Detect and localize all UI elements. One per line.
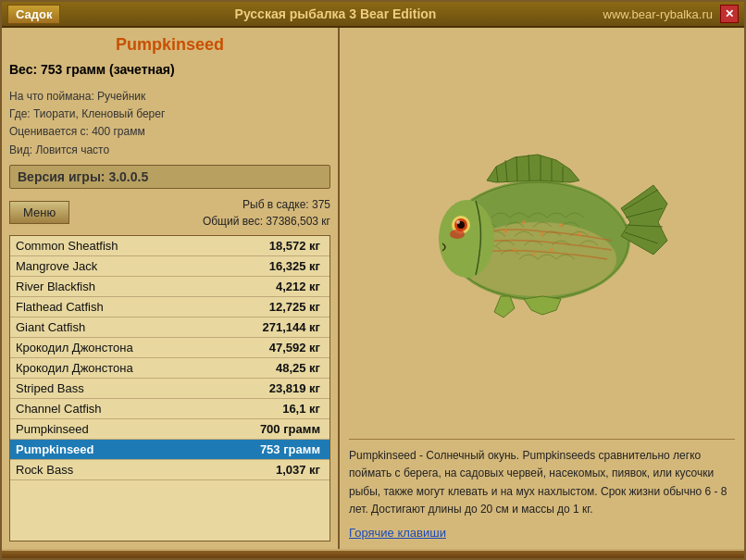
fish-list-row[interactable]: Flathead Catfish 12,725 кг xyxy=(10,296,329,317)
close-button[interactable]: ✕ xyxy=(720,5,739,23)
fish-name-cell: Mangrove Jack xyxy=(10,255,212,276)
svg-point-19 xyxy=(450,230,465,239)
left-panel: Pumpkinseed Вес: 753 грамм (зачетная) На… xyxy=(2,28,340,549)
fish-weight-cell: 1,037 кг xyxy=(212,459,329,479)
menu-button[interactable]: Меню xyxy=(9,201,69,224)
svg-point-25 xyxy=(513,248,516,252)
stats-menu-row: Меню Рыб в садке: 375 Общий вес: 37386,5… xyxy=(9,196,330,230)
fish-list-row[interactable]: Rock Bass 1,037 кг xyxy=(10,459,329,479)
location-info: Где: Тиорати, Кленовый берег xyxy=(9,106,330,123)
fish-list-row[interactable]: Крокодил Джонстона 48,25 кг xyxy=(10,357,329,378)
fish-list-row[interactable]: Striped Bass 23,819 кг xyxy=(10,378,329,398)
fish-count: Рыб в садке: 375 xyxy=(203,196,330,213)
fish-list-row[interactable]: Giant Catfish 271,144 кг xyxy=(10,317,329,337)
title-bar: Садок Русская рыбалка 3 Bear Edition www… xyxy=(2,2,744,28)
fish-list-row[interactable]: Pumpkinseed 753 грамм xyxy=(10,439,329,459)
svg-point-26 xyxy=(531,253,535,256)
window-title: Русская рыбалка 3 Bear Edition xyxy=(68,6,603,21)
fish-weight-cell: 700 грамм xyxy=(212,418,329,439)
fish-illustration xyxy=(394,134,690,338)
fish-table: Common Sheatfish 18,572 кг Mangrove Jack… xyxy=(10,236,329,480)
fish-name-cell: Giant Catfish xyxy=(10,317,212,337)
right-panel: Pumpkinseed - Солнечный окунь. Pumpkinse… xyxy=(340,28,744,549)
fish-image-area xyxy=(349,37,735,435)
website-url: www.bear-rybalka.ru xyxy=(603,7,714,21)
fish-name-cell: Pumpkinseed xyxy=(10,439,212,459)
hot-keys-link[interactable]: Горячие клавиши xyxy=(349,526,735,540)
bait-info: На что поймана: Ручейник xyxy=(9,88,330,106)
fish-name-cell: Крокодил Джонстона xyxy=(10,337,212,357)
fish-name-cell: Channel Catfish xyxy=(10,398,212,418)
total-weight: Общий вес: 37386,503 кг xyxy=(203,213,330,230)
bottom-bar xyxy=(2,551,744,558)
catch-type-info: Вид: Ловится часто xyxy=(9,142,330,159)
sadok-button[interactable]: Садок xyxy=(7,5,60,24)
svg-point-23 xyxy=(559,223,563,227)
fish-weight-cell: 47,592 кг xyxy=(212,337,329,357)
svg-point-27 xyxy=(550,248,553,252)
fish-list[interactable]: Common Sheatfish 18,572 кг Mangrove Jack… xyxy=(10,236,329,541)
fish-name-cell: Striped Bass xyxy=(10,378,212,398)
fish-weight-cell: 753 грамм xyxy=(212,439,329,459)
main-window: Садок Русская рыбалка 3 Bear Edition www… xyxy=(0,0,746,560)
svg-point-18 xyxy=(456,220,460,224)
fish-weight-cell: 18,572 кг xyxy=(212,236,329,256)
fish-weight-cell: 23,819 кг xyxy=(212,378,329,398)
fish-name-cell: Rock Bass xyxy=(10,459,212,479)
svg-point-24 xyxy=(578,232,581,236)
fish-weight-cell: 48,25 кг xyxy=(212,357,329,378)
svg-point-14 xyxy=(439,200,494,278)
fish-list-row[interactable]: Channel Catfish 16,1 кг xyxy=(10,398,329,418)
svg-point-22 xyxy=(541,232,544,236)
fish-description: Pumpkinseed - Солнечный окунь. Pumpkinse… xyxy=(349,439,735,518)
fish-list-row[interactable]: Mangrove Jack 16,325 кг xyxy=(10,255,329,276)
fish-weight-cell: 16,1 кг xyxy=(212,398,329,418)
fish-weight: Вес: 753 грамм (зачетная) xyxy=(9,62,330,77)
fish-name-cell: Pumpkinseed xyxy=(10,418,212,439)
fish-list-container[interactable]: Common Sheatfish 18,572 кг Mangrove Jack… xyxy=(9,235,330,541)
min-weight-info: Оценивается с: 400 грамм xyxy=(9,123,330,141)
fish-list-row[interactable]: River Blackfish 4,212 кг xyxy=(10,276,329,296)
fish-weight-cell: 16,325 кг xyxy=(212,255,329,276)
fish-details: На что поймана: Ручейник Где: Тиорати, К… xyxy=(9,88,330,159)
fish-list-row[interactable]: Common Sheatfish 18,572 кг xyxy=(10,236,329,256)
fish-name-cell: Flathead Catfish xyxy=(10,296,212,317)
content-area: Pumpkinseed Вес: 753 грамм (зачетная) На… xyxy=(2,28,744,549)
svg-point-21 xyxy=(522,220,526,224)
version-box: Версия игры: 3.0.0.5 xyxy=(9,165,330,189)
fish-list-row[interactable]: Pumpkinseed 700 грамм xyxy=(10,418,329,439)
fish-weight-cell: 4,212 кг xyxy=(212,276,329,296)
fish-name-cell: Common Sheatfish xyxy=(10,236,212,256)
stats-text: Рыб в садке: 375 Общий вес: 37386,503 кг xyxy=(203,196,330,230)
fish-weight-cell: 271,144 кг xyxy=(212,317,329,337)
fish-name-cell: River Blackfish xyxy=(10,276,212,296)
fish-name-cell: Крокодил Джонстона xyxy=(10,357,212,378)
fish-name: Pumpkinseed xyxy=(9,35,330,55)
fish-list-row[interactable]: Крокодил Джонстона 47,592 кг xyxy=(10,337,329,357)
svg-point-20 xyxy=(504,230,507,233)
fish-weight-cell: 12,725 кг xyxy=(212,296,329,317)
